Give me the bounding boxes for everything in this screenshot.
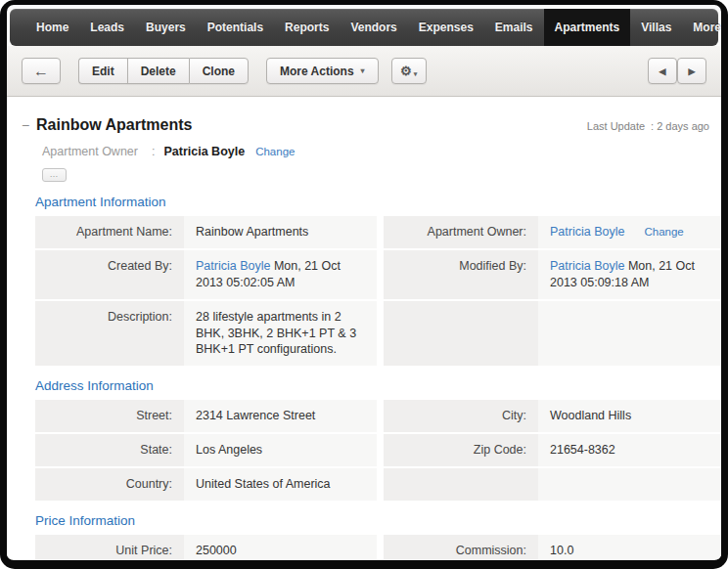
separator: : — [152, 145, 155, 158]
owner-label: Apartment Owner — [42, 145, 152, 158]
top-navbar: HomeLeadsBuyersPotentialsReportsVendorsE… — [10, 9, 718, 46]
field-value: 250000 — [184, 535, 377, 559]
settings-button[interactable]: ⚙ ▾ — [391, 58, 427, 84]
field-label: Modified By: — [384, 250, 538, 299]
title-row: − Rainbow Apartments Last Update:2 days … — [22, 116, 709, 134]
previous-record-button[interactable]: ◀ — [648, 58, 677, 84]
column-gap — [377, 468, 384, 501]
field-label: Unit Price: — [35, 535, 184, 559]
more-actions-label: More Actions — [280, 65, 354, 78]
column-gap — [377, 250, 384, 299]
window-frame: HomeLeadsBuyersPotentialsReportsVendorsE… — [0, 0, 728, 569]
field-value: Patricia BoyleChange — [538, 216, 721, 248]
field-value: 2314 Lawrence Street — [184, 400, 377, 432]
field-value: 28 lifestyle apartments in 2 BHK, 3BHK, … — [184, 301, 377, 367]
column-gap — [377, 535, 384, 559]
collapse-icon[interactable]: − — [22, 117, 36, 133]
owner-name: Patricia Boyle — [163, 145, 245, 158]
field-label: Street: — [35, 400, 184, 432]
column-gap — [377, 301, 384, 367]
last-update-value: 2 days ago — [657, 120, 709, 132]
field-label: Created By: — [35, 250, 184, 299]
column-gap — [377, 400, 384, 432]
detail-sections: Apartment InformationApartment Name:Rain… — [7, 195, 721, 559]
field-label: Commission: — [384, 535, 538, 559]
nav-item-buyers[interactable]: Buyers — [135, 9, 197, 46]
more-actions-button[interactable]: More Actions ▾ — [266, 58, 379, 84]
field-value: Patricia Boyle Mon, 21 Oct 2013 05:02:05… — [184, 250, 377, 299]
section-title: Price Information — [35, 513, 721, 528]
nav-item-villas[interactable]: Villas — [630, 9, 682, 46]
field-value: 10.0 — [538, 535, 721, 559]
field-value — [538, 301, 721, 367]
column-gap — [377, 216, 384, 248]
last-update: Last Update:2 days ago — [587, 120, 709, 132]
fields-grid: Street:2314 Lawrence StreetCity:Woodland… — [35, 400, 721, 501]
field-label: Zip Code: — [384, 434, 538, 466]
nav-item-reports[interactable]: Reports — [274, 9, 340, 46]
app-window: HomeLeadsBuyersPotentialsReportsVendorsE… — [7, 5, 721, 560]
chevron-down-icon: ▾ — [361, 66, 365, 75]
field-value: United States of America — [184, 468, 377, 501]
field-value — [538, 468, 721, 501]
back-arrow-icon: ← — [33, 63, 49, 80]
section-title: Address Information — [35, 378, 721, 393]
fields-grid: Unit Price:250000Commission:10.0Tax:12.5 — [35, 535, 721, 559]
section-title: Apartment Information — [35, 195, 721, 209]
separator: : — [651, 120, 654, 132]
next-record-button[interactable]: ▶ — [677, 58, 706, 84]
record-action-group: Edit Delete Clone — [78, 58, 249, 84]
field-label: Apartment Name: — [35, 216, 184, 248]
field-label — [384, 301, 538, 367]
field-label: State: — [35, 434, 184, 466]
field-value: Patricia Boyle Mon, 21 Oct 2013 05:09:18… — [538, 250, 721, 299]
nav-items: HomeLeadsBuyersPotentialsReportsVendorsE… — [25, 9, 721, 46]
record-detail: − Rainbow Apartments Last Update:2 days … — [7, 97, 721, 559]
nav-item-home[interactable]: Home — [25, 9, 79, 46]
last-update-label: Last Update — [587, 120, 645, 132]
owner-row: Apartment Owner : Patricia Boyle Change — [42, 145, 709, 158]
back-button[interactable]: ← — [22, 58, 61, 84]
field-label — [384, 468, 538, 501]
nav-item-expenses[interactable]: Expenses — [408, 9, 484, 46]
record-pager: ◀ ▶ — [648, 58, 706, 84]
more-options-button[interactable]: … — [42, 168, 67, 182]
change-link[interactable]: Change — [644, 226, 683, 238]
record-toolbar: ← Edit Delete Clone More Actions ▾ ⚙ ▾ ◀ — [7, 46, 721, 97]
record-header: − Rainbow Apartments Last Update:2 days … — [7, 97, 721, 182]
gear-icon: ⚙ — [400, 64, 412, 78]
record-link[interactable]: Patricia Boyle — [196, 259, 270, 273]
clone-button[interactable]: Clone — [189, 58, 249, 84]
field-label: Apartment Owner: — [384, 216, 538, 248]
delete-button[interactable]: Delete — [127, 58, 189, 84]
change-owner-link[interactable]: Change — [255, 146, 295, 157]
chevron-right-icon: ▶ — [689, 66, 696, 76]
nav-item-potentials[interactable]: Potentials — [197, 9, 274, 46]
record-link[interactable]: Patricia Boyle — [550, 225, 624, 239]
page-title: Rainbow Apartments — [36, 116, 192, 134]
field-label: City: — [384, 400, 538, 432]
field-value: Rainbow Apartments — [184, 216, 377, 248]
field-value: Woodland Hills — [538, 400, 721, 432]
field-label: Description: — [35, 301, 184, 367]
nav-item-vendors[interactable]: Vendors — [340, 9, 407, 46]
field-value: Los Angeles — [184, 434, 377, 466]
column-gap — [377, 434, 384, 466]
nav-item-leads[interactable]: Leads — [79, 9, 135, 46]
field-label: Country: — [35, 468, 184, 501]
edit-button[interactable]: Edit — [78, 58, 127, 84]
chevron-down-icon: ▾ — [414, 70, 418, 78]
nav-item-apartments[interactable]: Apartments — [544, 9, 631, 46]
nav-item-emails[interactable]: Emails — [484, 9, 544, 46]
fields-grid: Apartment Name:Rainbow ApartmentsApartme… — [35, 216, 721, 366]
record-link[interactable]: Patricia Boyle — [550, 259, 624, 273]
chevron-left-icon: ◀ — [660, 66, 666, 76]
field-value: 21654-8362 — [538, 434, 721, 466]
nav-item-more[interactable]: More... — [682, 9, 721, 46]
